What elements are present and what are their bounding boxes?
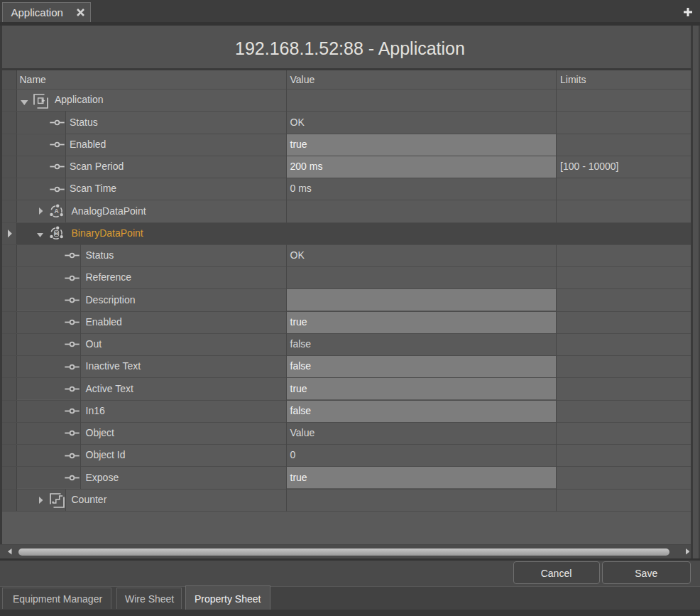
svg-text:A: A: [55, 207, 59, 215]
svg-text:B: B: [55, 230, 59, 237]
